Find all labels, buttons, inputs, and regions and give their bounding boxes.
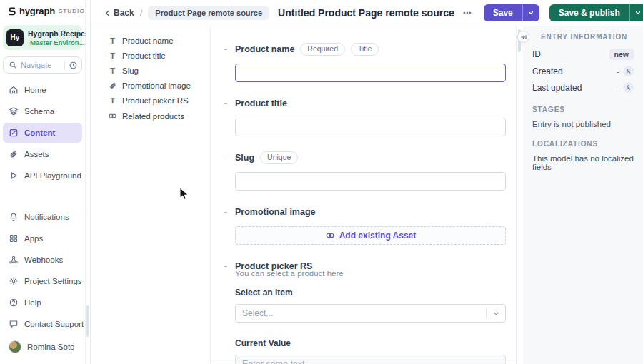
sidebar-item-label: Project Settings bbox=[24, 277, 82, 285]
slug-input[interactable] bbox=[235, 172, 506, 191]
entry-more-menu[interactable]: ⋯ bbox=[463, 8, 472, 18]
entry-info-row-created: Created - bbox=[532, 66, 634, 76]
search-input[interactable] bbox=[21, 61, 61, 69]
field-label-row: Product title bbox=[235, 98, 506, 109]
drag-handle-icon[interactable]: - bbox=[224, 98, 227, 108]
unique-badge: Unique bbox=[260, 151, 298, 164]
sidebar-item-label: Webhooks bbox=[24, 256, 63, 264]
save-dropdown-button[interactable] bbox=[523, 4, 539, 21]
field-list-item-product-title[interactable]: T Product title bbox=[108, 51, 206, 60]
field-list-label: Slug bbox=[122, 66, 139, 75]
localizations-status: This model has no localized fields bbox=[532, 154, 634, 171]
layers-icon bbox=[9, 106, 19, 116]
save-label[interactable]: Save bbox=[484, 4, 522, 21]
sidebar-scrollbar-thumb[interactable] bbox=[86, 305, 89, 337]
play-icon bbox=[9, 171, 19, 181]
grid-icon bbox=[9, 233, 19, 243]
paperclip-icon bbox=[108, 81, 117, 90]
title-badge: Title bbox=[351, 43, 379, 56]
entry-info-region: ENTRY INFORMATION ID new Created - bbox=[516, 26, 643, 364]
collapse-panel-button[interactable] bbox=[517, 31, 529, 43]
product-name-input[interactable] bbox=[235, 64, 506, 82]
field-label: Promotional image bbox=[235, 207, 316, 217]
home-icon bbox=[9, 85, 19, 95]
field-list-item-related-products[interactable]: Related products bbox=[108, 111, 206, 121]
workspace-meta: Hygraph Recipes ... Master Environ... bbox=[28, 29, 79, 46]
sidebar-item-content[interactable]: Content bbox=[3, 123, 82, 143]
row-value: new bbox=[609, 49, 634, 60]
save-publish-button[interactable]: Save & publish bbox=[549, 4, 643, 21]
save-button[interactable]: Save bbox=[484, 4, 539, 21]
sidebar-item-schema[interactable]: Schema bbox=[3, 101, 82, 121]
sidebar-item-user-profile[interactable]: Romina Soto bbox=[3, 335, 82, 358]
sidebar-item-label: Content bbox=[24, 128, 55, 137]
hygraph-logo-icon bbox=[7, 6, 17, 16]
sidebar-item-label: Contact Support bbox=[24, 320, 84, 328]
gear-icon bbox=[9, 276, 19, 286]
sidebar-item-contact-support[interactable]: Contact Support bbox=[3, 314, 82, 334]
add-existing-asset-button[interactable]: Add existing Asset bbox=[235, 226, 506, 245]
edit-square-icon bbox=[9, 128, 19, 138]
sidebar-item-label: Home bbox=[24, 86, 46, 94]
drag-handle-icon[interactable]: - bbox=[224, 207, 227, 217]
drag-handle-icon[interactable]: - bbox=[224, 44, 227, 54]
entry-title: Untitled Product Page remote source bbox=[278, 7, 454, 19]
model-chip[interactable]: Product Page remote source bbox=[148, 6, 269, 20]
sidebar-item-api-playground[interactable]: API Playground bbox=[3, 166, 82, 186]
sidebar-item-label: Assets bbox=[24, 150, 49, 158]
entry-information-title: ENTRY INFORMATION bbox=[541, 33, 634, 41]
search-icon bbox=[9, 61, 17, 69]
row-value-text: - bbox=[617, 67, 619, 76]
field-label: Product title bbox=[235, 98, 287, 108]
sidebar-item-home[interactable]: Home bbox=[3, 80, 82, 100]
brand-suffix: STUDIO bbox=[59, 8, 85, 14]
text-field-icon: T bbox=[108, 96, 117, 105]
breadcrumb-separator: / bbox=[140, 8, 143, 19]
navigate-search[interactable] bbox=[3, 56, 82, 74]
field-label-row: Promotional image bbox=[235, 206, 506, 218]
section-gap bbox=[532, 98, 634, 106]
product-title-input[interactable] bbox=[235, 118, 506, 136]
row-label: Last updated bbox=[532, 83, 582, 93]
sidebar-item-apps[interactable]: Apps bbox=[3, 228, 82, 248]
new-badge: new bbox=[609, 49, 634, 60]
stages-status: Entry is not published bbox=[532, 120, 634, 128]
save-publish-dropdown-button[interactable] bbox=[630, 4, 643, 21]
sidebar-item-help[interactable]: Help bbox=[3, 293, 82, 313]
sidebar-item-notifications[interactable]: Notifications bbox=[3, 207, 82, 227]
sidebar-item-webhooks[interactable]: Webhooks bbox=[3, 250, 82, 270]
drag-handle-icon[interactable]: - bbox=[224, 261, 227, 271]
chat-bubble-icon bbox=[9, 319, 19, 329]
sidebar-item-project-settings[interactable]: Project Settings bbox=[3, 271, 82, 291]
entry-information-panel: ENTRY INFORMATION ID new Created - bbox=[523, 26, 643, 364]
recent-history-button[interactable] bbox=[64, 61, 78, 70]
environment-row: Master Environ... bbox=[28, 39, 79, 46]
sidebar-item-assets[interactable]: Assets bbox=[3, 144, 82, 164]
sidebar-nav: Home Schema Content Assets API Playgroun… bbox=[0, 80, 85, 186]
field-list-item-product-picker-rs[interactable]: T Product picker RS bbox=[108, 96, 206, 105]
back-button[interactable]: Back bbox=[104, 8, 134, 18]
workspace-switcher[interactable]: Hy Hygraph Recipes ... Master Environ... bbox=[3, 25, 82, 50]
field-list-label: Product title bbox=[122, 51, 166, 60]
field-list-item-product-name[interactable]: T Product name bbox=[108, 36, 206, 45]
link-icon bbox=[108, 111, 117, 121]
field-list-label: Product picker RS bbox=[122, 96, 189, 105]
product-select-dropdown[interactable]: Select... bbox=[235, 304, 506, 323]
field-list-panel: T Product name T Product title T Slug Pr… bbox=[91, 26, 211, 364]
row-value: - bbox=[617, 66, 634, 76]
sidebar-scroll-gutter bbox=[86, 0, 91, 364]
add-existing-asset-label: Add existing Asset bbox=[339, 231, 417, 241]
field-list-item-promotional-image[interactable]: Promotional image bbox=[108, 81, 206, 90]
link-icon bbox=[325, 231, 335, 241]
sidebar-item-label: Notifications bbox=[24, 213, 69, 221]
field-description: You can select a product here bbox=[235, 269, 506, 278]
entry-info-row-id: ID new bbox=[532, 49, 634, 60]
chevron-down-icon[interactable] bbox=[487, 310, 505, 318]
main-region: Back / Product Page remote source Untitl… bbox=[91, 0, 643, 364]
drag-handle-icon[interactable]: - bbox=[224, 153, 227, 163]
sidebar: hygraph STUDIO ⋯ Hy Hygraph Recipes ... … bbox=[0, 0, 86, 364]
field-list-item-slug[interactable]: T Slug bbox=[108, 66, 206, 75]
field-promotional-image: - Promotional image Add existing Asset bbox=[224, 206, 506, 245]
app-window: hygraph STUDIO ⋯ Hy Hygraph Recipes ... … bbox=[0, 0, 643, 364]
save-publish-label[interactable]: Save & publish bbox=[549, 4, 629, 21]
